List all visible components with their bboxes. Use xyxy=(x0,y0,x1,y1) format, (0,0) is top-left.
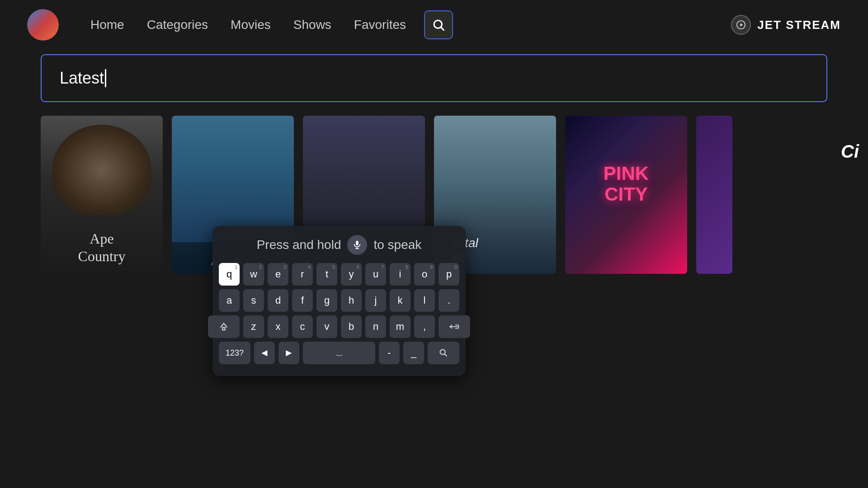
key-d[interactable]: d xyxy=(268,289,288,312)
navbar: Home Categories Movies Shows Favorites J… xyxy=(0,0,868,50)
brand-icon xyxy=(731,15,751,35)
key-dash[interactable]: - xyxy=(379,342,400,364)
anta-art xyxy=(172,116,294,242)
key-o[interactable]: o9 xyxy=(414,263,435,286)
key-left[interactable]: ◄ xyxy=(254,342,275,364)
nav-shows[interactable]: Shows xyxy=(293,18,331,32)
search-icon xyxy=(432,18,445,32)
svg-rect-4 xyxy=(356,241,359,245)
key-z[interactable]: z xyxy=(243,315,264,338)
movie-card-ape-country[interactable]: ApeCountry xyxy=(41,116,163,274)
key-y[interactable]: y6 xyxy=(341,263,362,286)
shift-icon xyxy=(219,322,229,332)
key-underscore[interactable]: _ xyxy=(403,342,424,364)
key-123[interactable]: 123? xyxy=(219,342,250,364)
search-button[interactable] xyxy=(424,10,453,39)
search-area: Latest xyxy=(0,54,868,102)
keyboard-search-icon xyxy=(439,348,448,358)
key-q[interactable]: q1 xyxy=(219,263,240,286)
key-k[interactable]: k xyxy=(390,289,410,312)
svg-marker-3 xyxy=(740,23,743,26)
card-title: PINKCITY xyxy=(565,163,687,205)
svg-point-0 xyxy=(434,20,442,28)
card-title: ApeCountry xyxy=(41,230,163,265)
svg-rect-7 xyxy=(222,328,225,330)
key-m[interactable]: m xyxy=(390,315,410,338)
nav-categories[interactable]: Categories xyxy=(147,18,208,32)
voice-prompt: Press and hold to speak xyxy=(221,235,458,255)
ape-face-art xyxy=(52,125,151,215)
key-j[interactable]: j xyxy=(365,289,386,312)
key-a[interactable]: a xyxy=(219,289,240,312)
key-i[interactable]: i8 xyxy=(390,263,410,286)
play-icon xyxy=(736,20,746,30)
nav-movies[interactable]: Movies xyxy=(231,18,271,32)
key-search[interactable] xyxy=(428,342,459,364)
keyboard-row-2: a s d f g h j k l . xyxy=(221,289,458,312)
key-period[interactable]: . xyxy=(439,289,459,312)
key-t[interactable]: t5 xyxy=(316,263,337,286)
logo[interactable] xyxy=(27,9,59,41)
key-c[interactable]: c xyxy=(292,315,313,338)
key-x[interactable]: x xyxy=(268,315,288,338)
nav-favorites[interactable]: Favorites xyxy=(354,18,406,32)
keyboard-row-4: 123? ◄ ► ⎵ - _ xyxy=(221,342,458,364)
svg-line-1 xyxy=(441,28,444,31)
key-u[interactable]: u7 xyxy=(365,263,386,286)
key-n[interactable]: n xyxy=(365,315,386,338)
key-shift[interactable] xyxy=(208,315,240,338)
svg-point-12 xyxy=(440,350,445,355)
search-value: Latest xyxy=(60,69,104,88)
keyboard-row-3: z x c v b n m , xyxy=(221,315,458,338)
backspace-icon xyxy=(449,323,459,330)
key-h[interactable]: h xyxy=(341,289,362,312)
key-right[interactable]: ► xyxy=(278,342,299,364)
key-e[interactable]: e3 xyxy=(268,263,288,286)
key-l[interactable]: l xyxy=(414,289,435,312)
nav-links: Home Categories Movies Shows Favorites xyxy=(90,18,406,32)
brand: JET STREAM xyxy=(731,15,841,35)
svg-line-13 xyxy=(444,354,447,356)
movie-card-partial[interactable] xyxy=(696,116,732,274)
key-s[interactable]: s xyxy=(243,289,264,312)
key-w[interactable]: w2 xyxy=(243,263,264,286)
movie-card-pink-city[interactable]: PINKCITY xyxy=(565,116,687,274)
microphone-button[interactable] xyxy=(347,235,367,255)
key-space[interactable]: ⎵ xyxy=(303,342,375,364)
key-p[interactable]: p0 xyxy=(439,263,459,286)
keyboard-row-1: q1 w2 e3 r4 t5 y6 u7 i8 o9 p0 xyxy=(221,263,458,286)
search-input-box[interactable]: Latest xyxy=(41,54,827,102)
card-bg-pink: PINKCITY xyxy=(565,116,687,274)
voice-prompt-before: Press and hold xyxy=(257,238,341,252)
key-backspace[interactable] xyxy=(439,315,470,338)
ci-partial-text: Ci xyxy=(832,133,868,169)
text-cursor xyxy=(105,69,106,87)
key-v[interactable]: v xyxy=(316,315,337,338)
brand-name: JET STREAM xyxy=(757,18,841,32)
key-b[interactable]: b xyxy=(341,315,362,338)
key-f[interactable]: f xyxy=(292,289,313,312)
mic-icon xyxy=(352,240,362,250)
key-comma[interactable]: , xyxy=(414,315,435,338)
card-bg-ape: ApeCountry xyxy=(41,116,163,274)
logo-image xyxy=(27,9,59,41)
nav-home[interactable]: Home xyxy=(90,18,124,32)
keyboard-overlay: Press and hold to speak q1 w2 e3 r4 t5 y… xyxy=(212,226,466,376)
key-g[interactable]: g xyxy=(316,289,337,312)
voice-prompt-after: to speak xyxy=(373,238,421,252)
key-r[interactable]: r4 xyxy=(292,263,313,286)
